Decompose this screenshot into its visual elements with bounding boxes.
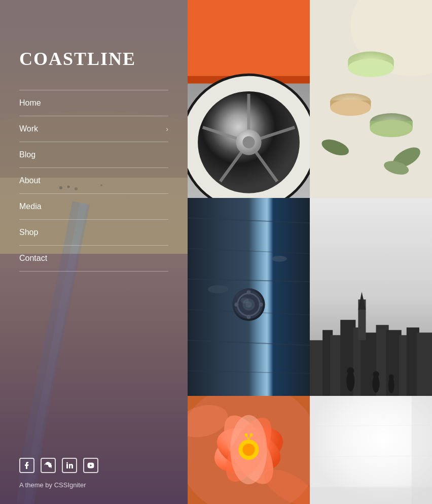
svg-point-34	[330, 99, 371, 116]
svg-point-75	[373, 372, 379, 378]
svg-point-91	[250, 433, 253, 436]
nav-label-work: Work	[19, 124, 38, 133]
nav-item-shop[interactable]: Shop	[19, 220, 168, 246]
svg-rect-97	[310, 487, 432, 504]
svg-point-58	[259, 303, 263, 307]
main-nav: Home Work › Blog About Media Shop Contac…	[19, 90, 168, 458]
svg-point-31	[348, 59, 393, 77]
svg-point-55	[246, 290, 250, 294]
nav-item-blog[interactable]: Blog	[19, 142, 168, 168]
svg-point-59	[240, 297, 248, 304]
nav-arrow-work: ›	[166, 125, 168, 133]
footer-attribution: A theme by CSSIgniter	[19, 481, 168, 489]
svg-point-57	[234, 303, 238, 307]
svg-point-48	[208, 285, 228, 293]
svg-rect-13	[188, 0, 310, 76]
svg-point-77	[389, 375, 394, 380]
sidebar-content: COASTLINE Home Work › Blog About Media S…	[0, 0, 188, 504]
svg-point-37	[370, 120, 412, 137]
nav-item-work[interactable]: Work ›	[19, 116, 168, 142]
photo-car-wheel	[188, 0, 310, 198]
svg-point-56	[246, 315, 250, 319]
site-logo: COASTLINE	[19, 48, 168, 70]
svg-point-88	[242, 444, 255, 456]
photo-door-lock	[188, 198, 310, 396]
facebook-icon[interactable]	[19, 458, 34, 473]
nav-label-about: About	[19, 176, 41, 185]
svg-point-49	[272, 256, 287, 262]
svg-point-92	[244, 433, 247, 436]
nav-item-media[interactable]: Media	[19, 194, 168, 220]
photo-city	[310, 198, 432, 396]
sidebar: COASTLINE Home Work › Blog About Media S…	[0, 0, 188, 504]
social-icons	[19, 458, 168, 473]
photo-macarons	[310, 0, 432, 198]
nav-label-media: Media	[19, 202, 42, 211]
svg-point-11	[66, 462, 68, 464]
twitter-icon[interactable]	[41, 458, 56, 473]
svg-rect-10	[66, 464, 68, 468]
nav-label-shop: Shop	[19, 228, 38, 237]
linkedin-icon[interactable]	[62, 458, 77, 473]
youtube-icon[interactable]	[83, 458, 98, 473]
photo-paper	[310, 396, 432, 504]
photo-flower	[188, 396, 310, 504]
nav-label-contact: Contact	[19, 254, 47, 263]
svg-point-26	[242, 136, 255, 148]
nav-label-home: Home	[19, 98, 41, 108]
nav-item-home[interactable]: Home	[19, 90, 168, 116]
nav-item-about[interactable]: About	[19, 168, 168, 194]
nav-label-blog: Blog	[19, 150, 35, 159]
nav-item-contact[interactable]: Contact	[19, 246, 168, 272]
photo-grid	[188, 0, 432, 504]
svg-rect-71	[417, 332, 432, 396]
svg-point-73	[347, 367, 354, 375]
